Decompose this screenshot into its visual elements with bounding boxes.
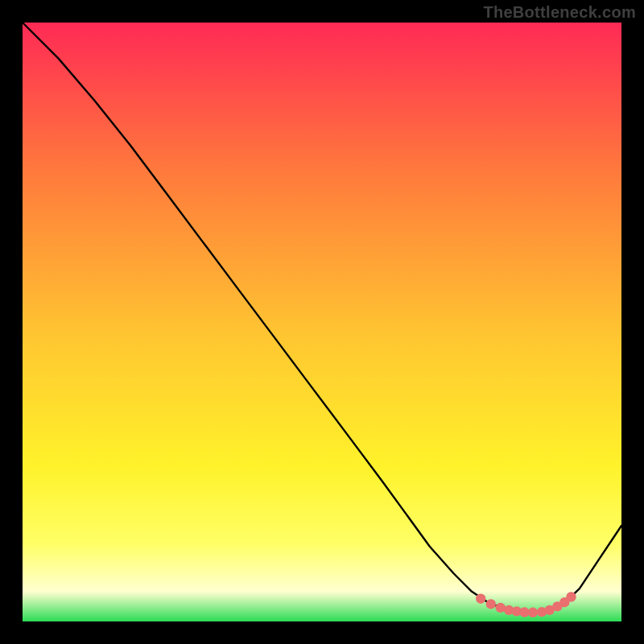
optimal-marker	[496, 603, 506, 613]
optimal-marker	[486, 599, 496, 609]
optimal-marker	[566, 592, 576, 601]
chart-stage: { "watermark": "TheBottleneck.com", "col…	[0, 0, 644, 644]
optimal-marker	[528, 608, 538, 617]
bottleneck-chart	[0, 0, 644, 644]
gradient-plot-area	[23, 23, 621, 621]
optimal-marker	[476, 594, 485, 604]
watermark: TheBottleneck.com	[483, 3, 636, 22]
